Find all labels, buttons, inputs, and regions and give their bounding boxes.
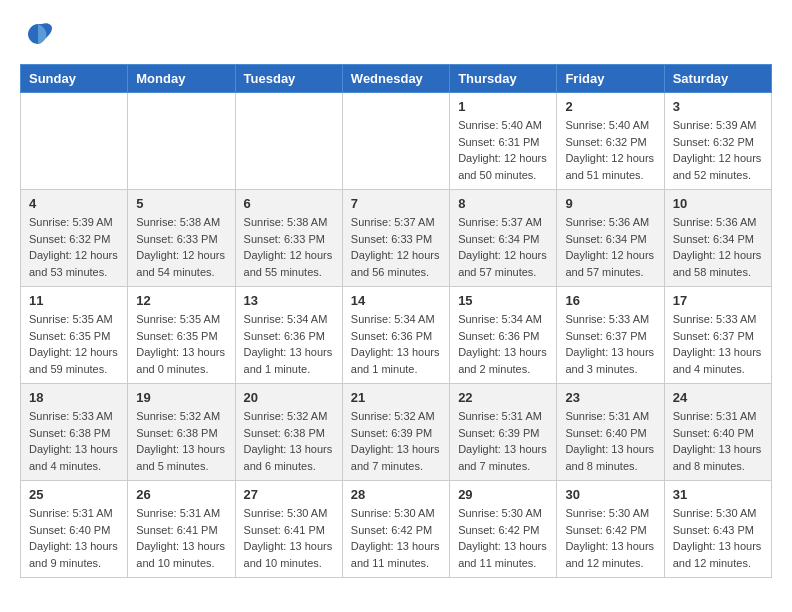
day-number: 17 <box>673 293 763 308</box>
calendar-cell: 1Sunrise: 5:40 AM Sunset: 6:31 PM Daylig… <box>450 93 557 190</box>
calendar-cell: 30Sunrise: 5:30 AM Sunset: 6:42 PM Dayli… <box>557 481 664 578</box>
day-info: Sunrise: 5:38 AM Sunset: 6:33 PM Dayligh… <box>244 214 334 280</box>
week-row-1: 1Sunrise: 5:40 AM Sunset: 6:31 PM Daylig… <box>21 93 772 190</box>
day-number: 18 <box>29 390 119 405</box>
day-info: Sunrise: 5:31 AM Sunset: 6:40 PM Dayligh… <box>29 505 119 571</box>
day-number: 7 <box>351 196 441 211</box>
week-row-2: 4Sunrise: 5:39 AM Sunset: 6:32 PM Daylig… <box>21 190 772 287</box>
calendar-cell: 24Sunrise: 5:31 AM Sunset: 6:40 PM Dayli… <box>664 384 771 481</box>
day-info: Sunrise: 5:38 AM Sunset: 6:33 PM Dayligh… <box>136 214 226 280</box>
calendar-cell: 20Sunrise: 5:32 AM Sunset: 6:38 PM Dayli… <box>235 384 342 481</box>
day-info: Sunrise: 5:40 AM Sunset: 6:31 PM Dayligh… <box>458 117 548 183</box>
calendar-cell: 5Sunrise: 5:38 AM Sunset: 6:33 PM Daylig… <box>128 190 235 287</box>
calendar-cell: 25Sunrise: 5:31 AM Sunset: 6:40 PM Dayli… <box>21 481 128 578</box>
day-info: Sunrise: 5:33 AM Sunset: 6:38 PM Dayligh… <box>29 408 119 474</box>
day-info: Sunrise: 5:37 AM Sunset: 6:33 PM Dayligh… <box>351 214 441 280</box>
day-number: 23 <box>565 390 655 405</box>
calendar-cell: 7Sunrise: 5:37 AM Sunset: 6:33 PM Daylig… <box>342 190 449 287</box>
logo-icon <box>24 20 52 48</box>
day-info: Sunrise: 5:31 AM Sunset: 6:41 PM Dayligh… <box>136 505 226 571</box>
weekday-header-thursday: Thursday <box>450 65 557 93</box>
day-info: Sunrise: 5:32 AM Sunset: 6:39 PM Dayligh… <box>351 408 441 474</box>
day-number: 24 <box>673 390 763 405</box>
day-number: 30 <box>565 487 655 502</box>
day-info: Sunrise: 5:40 AM Sunset: 6:32 PM Dayligh… <box>565 117 655 183</box>
week-row-4: 18Sunrise: 5:33 AM Sunset: 6:38 PM Dayli… <box>21 384 772 481</box>
calendar-cell: 15Sunrise: 5:34 AM Sunset: 6:36 PM Dayli… <box>450 287 557 384</box>
week-row-3: 11Sunrise: 5:35 AM Sunset: 6:35 PM Dayli… <box>21 287 772 384</box>
day-info: Sunrise: 5:33 AM Sunset: 6:37 PM Dayligh… <box>673 311 763 377</box>
day-info: Sunrise: 5:39 AM Sunset: 6:32 PM Dayligh… <box>673 117 763 183</box>
calendar-cell: 2Sunrise: 5:40 AM Sunset: 6:32 PM Daylig… <box>557 93 664 190</box>
day-info: Sunrise: 5:37 AM Sunset: 6:34 PM Dayligh… <box>458 214 548 280</box>
day-number: 5 <box>136 196 226 211</box>
calendar-cell: 26Sunrise: 5:31 AM Sunset: 6:41 PM Dayli… <box>128 481 235 578</box>
calendar-cell: 19Sunrise: 5:32 AM Sunset: 6:38 PM Dayli… <box>128 384 235 481</box>
calendar-cell: 12Sunrise: 5:35 AM Sunset: 6:35 PM Dayli… <box>128 287 235 384</box>
day-number: 15 <box>458 293 548 308</box>
week-row-5: 25Sunrise: 5:31 AM Sunset: 6:40 PM Dayli… <box>21 481 772 578</box>
weekday-header-saturday: Saturday <box>664 65 771 93</box>
day-number: 27 <box>244 487 334 502</box>
day-number: 8 <box>458 196 548 211</box>
day-number: 25 <box>29 487 119 502</box>
day-number: 31 <box>673 487 763 502</box>
calendar-table: SundayMondayTuesdayWednesdayThursdayFrid… <box>20 64 772 578</box>
day-number: 22 <box>458 390 548 405</box>
calendar-cell: 22Sunrise: 5:31 AM Sunset: 6:39 PM Dayli… <box>450 384 557 481</box>
day-info: Sunrise: 5:33 AM Sunset: 6:37 PM Dayligh… <box>565 311 655 377</box>
day-info: Sunrise: 5:39 AM Sunset: 6:32 PM Dayligh… <box>29 214 119 280</box>
day-number: 28 <box>351 487 441 502</box>
day-info: Sunrise: 5:35 AM Sunset: 6:35 PM Dayligh… <box>29 311 119 377</box>
calendar-cell: 29Sunrise: 5:30 AM Sunset: 6:42 PM Dayli… <box>450 481 557 578</box>
day-number: 2 <box>565 99 655 114</box>
calendar-cell: 3Sunrise: 5:39 AM Sunset: 6:32 PM Daylig… <box>664 93 771 190</box>
day-number: 6 <box>244 196 334 211</box>
weekday-header-tuesday: Tuesday <box>235 65 342 93</box>
day-info: Sunrise: 5:31 AM Sunset: 6:39 PM Dayligh… <box>458 408 548 474</box>
calendar-cell: 14Sunrise: 5:34 AM Sunset: 6:36 PM Dayli… <box>342 287 449 384</box>
calendar-cell: 9Sunrise: 5:36 AM Sunset: 6:34 PM Daylig… <box>557 190 664 287</box>
calendar-cell: 16Sunrise: 5:33 AM Sunset: 6:37 PM Dayli… <box>557 287 664 384</box>
day-info: Sunrise: 5:31 AM Sunset: 6:40 PM Dayligh… <box>565 408 655 474</box>
calendar-cell <box>21 93 128 190</box>
day-info: Sunrise: 5:30 AM Sunset: 6:41 PM Dayligh… <box>244 505 334 571</box>
day-number: 9 <box>565 196 655 211</box>
calendar-cell: 4Sunrise: 5:39 AM Sunset: 6:32 PM Daylig… <box>21 190 128 287</box>
calendar-cell <box>128 93 235 190</box>
day-info: Sunrise: 5:34 AM Sunset: 6:36 PM Dayligh… <box>244 311 334 377</box>
weekday-header-row: SundayMondayTuesdayWednesdayThursdayFrid… <box>21 65 772 93</box>
logo <box>20 20 52 48</box>
weekday-header-wednesday: Wednesday <box>342 65 449 93</box>
day-number: 20 <box>244 390 334 405</box>
calendar-cell: 8Sunrise: 5:37 AM Sunset: 6:34 PM Daylig… <box>450 190 557 287</box>
calendar-cell: 27Sunrise: 5:30 AM Sunset: 6:41 PM Dayli… <box>235 481 342 578</box>
calendar-cell: 21Sunrise: 5:32 AM Sunset: 6:39 PM Dayli… <box>342 384 449 481</box>
calendar-cell: 10Sunrise: 5:36 AM Sunset: 6:34 PM Dayli… <box>664 190 771 287</box>
day-info: Sunrise: 5:34 AM Sunset: 6:36 PM Dayligh… <box>458 311 548 377</box>
calendar-cell: 13Sunrise: 5:34 AM Sunset: 6:36 PM Dayli… <box>235 287 342 384</box>
day-info: Sunrise: 5:30 AM Sunset: 6:42 PM Dayligh… <box>565 505 655 571</box>
calendar-cell <box>342 93 449 190</box>
page: SundayMondayTuesdayWednesdayThursdayFrid… <box>0 0 792 598</box>
calendar-cell: 18Sunrise: 5:33 AM Sunset: 6:38 PM Dayli… <box>21 384 128 481</box>
calendar-cell: 28Sunrise: 5:30 AM Sunset: 6:42 PM Dayli… <box>342 481 449 578</box>
day-number: 11 <box>29 293 119 308</box>
day-info: Sunrise: 5:36 AM Sunset: 6:34 PM Dayligh… <box>565 214 655 280</box>
header <box>20 20 772 48</box>
day-number: 26 <box>136 487 226 502</box>
calendar-cell: 31Sunrise: 5:30 AM Sunset: 6:43 PM Dayli… <box>664 481 771 578</box>
day-info: Sunrise: 5:35 AM Sunset: 6:35 PM Dayligh… <box>136 311 226 377</box>
calendar-cell: 6Sunrise: 5:38 AM Sunset: 6:33 PM Daylig… <box>235 190 342 287</box>
day-info: Sunrise: 5:30 AM Sunset: 6:43 PM Dayligh… <box>673 505 763 571</box>
day-number: 10 <box>673 196 763 211</box>
day-info: Sunrise: 5:30 AM Sunset: 6:42 PM Dayligh… <box>351 505 441 571</box>
day-info: Sunrise: 5:30 AM Sunset: 6:42 PM Dayligh… <box>458 505 548 571</box>
calendar-cell: 17Sunrise: 5:33 AM Sunset: 6:37 PM Dayli… <box>664 287 771 384</box>
day-number: 21 <box>351 390 441 405</box>
calendar-cell: 11Sunrise: 5:35 AM Sunset: 6:35 PM Dayli… <box>21 287 128 384</box>
day-info: Sunrise: 5:36 AM Sunset: 6:34 PM Dayligh… <box>673 214 763 280</box>
day-info: Sunrise: 5:32 AM Sunset: 6:38 PM Dayligh… <box>244 408 334 474</box>
day-info: Sunrise: 5:34 AM Sunset: 6:36 PM Dayligh… <box>351 311 441 377</box>
calendar-cell <box>235 93 342 190</box>
